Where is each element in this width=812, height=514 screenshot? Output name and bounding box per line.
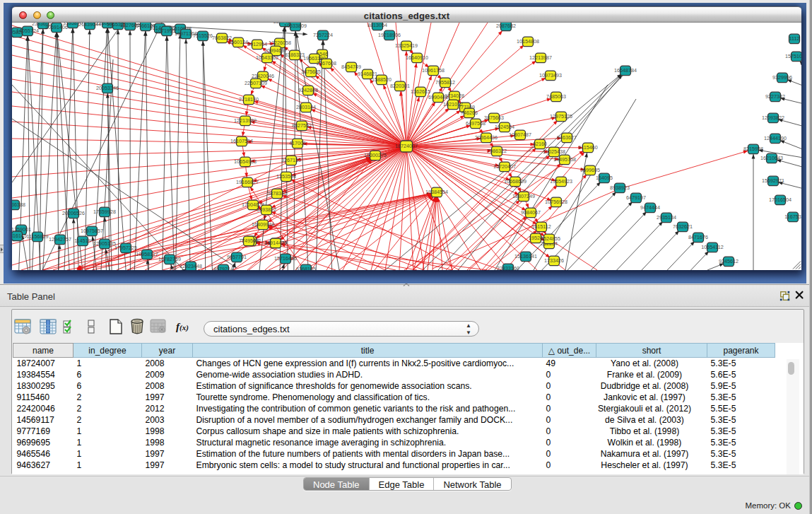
- svg-text:2718170: 2718170: [239, 96, 259, 103]
- svg-text:16782759: 16782759: [158, 256, 181, 262]
- svg-text:19218906: 19218906: [378, 32, 401, 38]
- svg-text:15751074: 15751074: [785, 53, 801, 59]
- svg-text:9245612: 9245612: [719, 258, 739, 264]
- svg-text:164095: 164095: [596, 175, 613, 181]
- svg-text:9463627: 9463627: [557, 134, 577, 141]
- svg-text:15720407: 15720407: [493, 163, 516, 170]
- svg-text:12942757: 12942757: [49, 236, 71, 243]
- svg-text:1615112: 1615112: [531, 223, 551, 230]
- svg-text:8427552: 8427552: [292, 122, 312, 129]
- svg-text:8454749: 8454749: [341, 64, 361, 70]
- svg-text:10654112: 10654112: [701, 244, 723, 250]
- svg-text:10975857: 10975857: [81, 228, 103, 234]
- svg-text:114519: 114519: [74, 238, 90, 244]
- svg-text:3912954: 3912954: [247, 41, 267, 47]
- svg-text:1362615: 1362615: [411, 88, 430, 95]
- svg-text:20206526: 20206526: [62, 210, 85, 216]
- svg-text:10973493: 10973493: [539, 72, 562, 78]
- svg-text:10668609: 10668609: [504, 178, 526, 185]
- svg-text:12923448: 12923448: [180, 263, 202, 269]
- svg-text:2935134: 2935134: [657, 214, 676, 221]
- svg-text:62160: 62160: [533, 141, 547, 147]
- svg-text:8471676: 8471676: [688, 234, 708, 240]
- svg-text:15136141: 15136141: [514, 253, 537, 259]
- svg-text:10154808: 10154808: [517, 38, 539, 45]
- svg-text:18724007: 18724007: [395, 143, 418, 149]
- svg-text:15716485: 15716485: [274, 255, 297, 262]
- svg-text:19654923: 19654923: [550, 178, 572, 185]
- svg-text:8220301: 8220301: [390, 83, 410, 89]
- svg-text:3878342: 3878342: [267, 190, 287, 197]
- svg-text:13226058: 13226058: [269, 40, 291, 46]
- svg-text:15300275: 15300275: [364, 152, 387, 158]
- svg-text:2803144: 2803144: [296, 104, 316, 110]
- svg-text:417006: 417006: [289, 140, 306, 146]
- svg-text:746266: 746266: [461, 110, 478, 116]
- svg-text:16409948: 16409948: [252, 221, 274, 228]
- svg-text:3875685: 3875685: [301, 69, 321, 75]
- svg-text:15692971: 15692971: [762, 177, 784, 184]
- svg-text:19836388: 19836388: [12, 201, 25, 208]
- svg-text:9474444: 9474444: [640, 204, 660, 211]
- svg-text:14914479: 14914479: [264, 240, 287, 246]
- svg-text:1112: 1112: [789, 35, 800, 42]
- svg-text:12975125: 12975125: [550, 113, 572, 119]
- svg-text:116753: 116753: [784, 214, 801, 220]
- svg-text:8938923: 8938923: [610, 185, 630, 191]
- svg-text:20364436: 20364436: [475, 134, 498, 141]
- svg-text:10533809: 10533809: [284, 23, 307, 29]
- svg-text:9657791: 9657791: [227, 254, 247, 260]
- svg-text:3493822: 3493822: [257, 206, 276, 213]
- svg-text:1588520: 1588520: [372, 76, 392, 83]
- svg-text:16648784: 16648784: [614, 67, 637, 74]
- svg-text:23833160: 23833160: [497, 265, 519, 270]
- svg-text:10961758: 10961758: [422, 67, 445, 74]
- svg-text:10958117: 10958117: [136, 251, 158, 257]
- svg-text:7986322: 7986322: [487, 148, 507, 154]
- svg-text:12093822: 12093822: [762, 115, 784, 121]
- svg-text:1733426: 1733426: [544, 257, 564, 264]
- svg-text:2087682: 2087682: [496, 23, 516, 29]
- svg-text:9329996: 9329996: [772, 74, 792, 81]
- svg-text:16640910: 16640910: [406, 54, 428, 61]
- svg-text:22507109: 22507109: [245, 80, 267, 86]
- svg-text:1624554: 1624554: [495, 124, 514, 130]
- svg-text:14495758: 14495758: [553, 156, 576, 163]
- svg-text:7357224: 7357224: [313, 32, 333, 38]
- svg-text:16107554: 16107554: [230, 138, 253, 144]
- svg-text:10025438: 10025438: [543, 148, 565, 155]
- svg-text:9816145: 9816145: [12, 233, 27, 239]
- svg-text:7749509: 7749509: [239, 238, 259, 244]
- svg-text:9084067: 9084067: [521, 209, 541, 216]
- svg-text:1621072: 1621072: [443, 101, 463, 107]
- svg-text:12213987: 12213987: [529, 54, 552, 61]
- svg-text:19524: 19524: [529, 235, 543, 241]
- svg-text:6990448: 6990448: [428, 94, 448, 100]
- svg-text:7515526: 7515526: [193, 33, 213, 39]
- svg-text:19166827: 19166827: [236, 179, 259, 185]
- svg-text:3267130: 3267130: [281, 157, 301, 163]
- svg-text:6479197: 6479197: [626, 194, 646, 201]
- svg-text:17359928: 17359928: [93, 209, 116, 215]
- svg-text:11156829: 11156829: [27, 233, 49, 240]
- svg-text:12905135: 12905135: [93, 240, 116, 247]
- svg-text:3875663: 3875663: [484, 115, 504, 121]
- svg-text:9227342: 9227342: [765, 93, 785, 100]
- svg-text:9115460: 9115460: [578, 144, 597, 151]
- svg-text:18807249: 18807249: [512, 193, 535, 199]
- svg-text:4679214: 4679214: [213, 266, 233, 270]
- svg-text:17957225: 17957225: [114, 245, 137, 251]
- svg-text:19384554: 19384554: [425, 189, 448, 195]
- svg-text:8813054: 8813054: [367, 23, 387, 28]
- svg-text:13325419: 13325419: [395, 42, 418, 49]
- svg-text:2367608: 2367608: [317, 60, 336, 66]
- svg-text:6368105: 6368105: [296, 266, 316, 270]
- svg-text:10654983: 10654983: [234, 158, 257, 165]
- svg-text:12444190: 12444190: [764, 135, 787, 141]
- svg-text:17016504: 17016504: [769, 197, 792, 203]
- svg-text:1353594: 1353594: [276, 173, 296, 180]
- svg-text:16210643: 16210643: [760, 155, 783, 161]
- svg-text:12213989: 12213989: [234, 117, 257, 124]
- svg-text:14055724: 14055724: [16, 28, 39, 34]
- svg-text:7955812: 7955812: [435, 79, 455, 86]
